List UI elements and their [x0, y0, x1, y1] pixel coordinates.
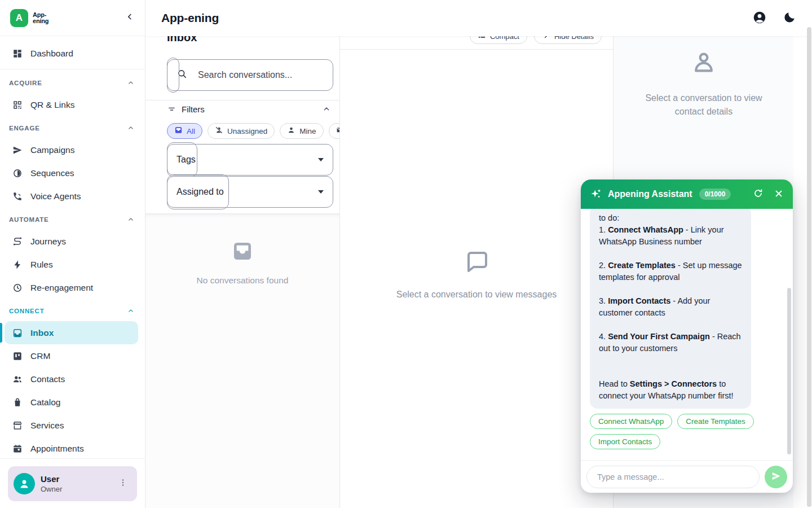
- assistant-send-button[interactable]: [765, 466, 787, 488]
- account-circle-icon: [752, 10, 767, 27]
- nav-divider: [0, 69, 145, 69]
- suggestion-create-templates[interactable]: Create Templates: [677, 414, 754, 429]
- app-root: A App- ening Dashboard ACQUIRE: [0, 0, 812, 508]
- details-empty-text: Select a conversation to view contact de…: [614, 91, 793, 119]
- moon-icon: [783, 11, 796, 26]
- mail-unread-icon: [336, 126, 340, 136]
- filters-label: Filters: [182, 104, 205, 114]
- route-icon: [12, 237, 23, 247]
- person-off-icon: [215, 126, 223, 136]
- kanban-icon: [12, 351, 23, 361]
- filter-chip-mine[interactable]: Mine: [280, 123, 323, 139]
- assistant-message-step: 1. Connect WhatsApp - Link your WhatsApp…: [599, 224, 742, 248]
- assistant-message-area[interactable]: to do: 1. Connect WhatsApp - Link your W…: [581, 209, 793, 460]
- contrast-circle-icon: [12, 168, 23, 178]
- page-title: App-ening: [161, 11, 219, 25]
- assistant-message-input[interactable]: [586, 466, 760, 488]
- sidebar: A App- ening Dashboard ACQUIRE: [0, 0, 145, 508]
- sidebar-section-automate[interactable]: AUTOMATE: [0, 209, 145, 230]
- person-outline-icon: [691, 50, 717, 76]
- people-icon: [12, 374, 23, 384]
- sidebar-item-services[interactable]: Services: [0, 414, 145, 437]
- sidebar-item-journeys[interactable]: Journeys: [0, 230, 145, 253]
- sidebar-item-appointments[interactable]: Appointments: [0, 437, 145, 458]
- assistant-widget: Appening Assistant 0/1000 to do: 1. Conn…: [581, 179, 793, 493]
- paper-plane-icon: [771, 471, 782, 483]
- sidebar-item-re-engagement[interactable]: Re-engagement: [0, 276, 145, 299]
- sidebar-item-voice-agents[interactable]: Voice Agents: [0, 185, 145, 208]
- tags-select-label: Tags: [176, 155, 196, 165]
- assistant-message-step: 4. Send Your First Campaign - Reach out …: [599, 331, 742, 354]
- dashboard-icon: [12, 49, 23, 59]
- topbar-icons: [752, 10, 796, 27]
- sidebar-section-connect[interactable]: CONNECT: [0, 301, 145, 321]
- app-logo: A: [10, 9, 28, 27]
- sidebar-item-rules[interactable]: Rules: [0, 253, 145, 276]
- chat-bubble-icon: [463, 248, 490, 275]
- assistant-usage-badge: 0/1000: [699, 189, 731, 200]
- sidebar-item-dashboard[interactable]: Dashboard: [0, 42, 145, 65]
- assistant-title: Appening Assistant: [608, 189, 692, 199]
- user-card[interactable]: User Owner: [8, 466, 137, 501]
- theme-toggle-button[interactable]: [783, 11, 796, 26]
- user-name: User: [41, 474, 62, 484]
- assistant-message-outro: Head to Settings > Connectors to connect…: [599, 378, 742, 402]
- sidebar-collapse-button[interactable]: [125, 12, 135, 24]
- sidebar-item-qr-links[interactable]: QR & Links: [0, 93, 145, 116]
- suggestion-connect-whatsapp[interactable]: Connect WhatsApp: [590, 414, 672, 429]
- assistant-message-step: 3. Import Contacts - Add your customer c…: [599, 295, 742, 319]
- sidebar-item-inbox[interactable]: Inbox: [5, 321, 138, 344]
- sidebar-section-engage[interactable]: ENGAGE: [0, 118, 145, 138]
- account-button[interactable]: [752, 10, 767, 27]
- sidebar-item-crm[interactable]: CRM: [0, 344, 145, 367]
- user-role: Owner: [41, 485, 62, 493]
- dropdown-arrow-icon: [318, 190, 324, 194]
- assistant-footer: [581, 460, 793, 493]
- calendar-icon: [12, 444, 23, 454]
- suggestion-import-contacts[interactable]: Import Contacts: [590, 434, 660, 449]
- filter-chip-unassigned[interactable]: Unassigned: [208, 123, 275, 139]
- messages-empty-state: Select a conversation to view messages: [340, 40, 613, 508]
- sidebar-item-sequences[interactable]: Sequences: [0, 161, 145, 185]
- chat-icon: [174, 126, 183, 136]
- search-icon: [176, 68, 188, 82]
- assistant-refresh-button[interactable]: [753, 188, 764, 200]
- sidebar-item-catalog[interactable]: Catalog: [0, 391, 145, 414]
- sidebar-item-contacts[interactable]: Contacts: [0, 367, 145, 391]
- page-scrollbar[interactable]: [807, 27, 811, 507]
- assistant-actions: [753, 188, 784, 200]
- search-input[interactable]: [197, 69, 321, 81]
- messages-panel: Compact Hide Details Select a conversati…: [340, 36, 614, 508]
- chevron-up-icon: [127, 216, 135, 224]
- assistant-suggestions: Connect WhatsApp Create Templates Import…: [590, 414, 759, 449]
- assistant-header: Appening Assistant 0/1000: [581, 179, 793, 209]
- assigned-to-select[interactable]: Assigned to: [167, 176, 333, 208]
- vertical-dots-icon: [118, 478, 128, 489]
- topbar: App-ening: [145, 0, 812, 36]
- send-icon: [12, 145, 23, 155]
- filter-chip-all[interactable]: All: [167, 123, 202, 139]
- sidebar-item-campaigns[interactable]: Campaigns: [0, 138, 145, 161]
- assistant-close-button[interactable]: [774, 189, 784, 200]
- chevron-up-icon: [127, 307, 135, 315]
- shopping-bag-icon: [12, 397, 23, 408]
- assistant-message-step: 2. Create Templates - Set up message tem…: [599, 260, 742, 283]
- filter-chips-row: All Unassigned Mine Unread: [167, 123, 340, 139]
- filter-chip-unread[interactable]: Unread: [329, 123, 340, 139]
- close-icon: [774, 189, 784, 200]
- user-avatar: [14, 473, 35, 494]
- assistant-message-intro: to do:: [599, 212, 742, 224]
- assistant-scrollbar[interactable]: [787, 288, 791, 454]
- inbox-icon: [12, 328, 23, 338]
- user-menu-button[interactable]: [114, 477, 131, 490]
- filters-collapse-button[interactable]: [322, 104, 331, 113]
- storefront-icon: [12, 421, 23, 431]
- chevron-up-icon: [127, 79, 135, 87]
- conversation-list: No conversations found: [145, 213, 339, 508]
- sidebar-section-acquire[interactable]: ACQUIRE: [0, 73, 145, 93]
- app-logo-text: App- ening: [33, 12, 48, 24]
- user-meta: User Owner: [41, 474, 62, 493]
- conversations-empty-text: No conversations found: [145, 275, 339, 286]
- tags-select[interactable]: Tags: [167, 144, 333, 176]
- person-icon: [287, 126, 295, 136]
